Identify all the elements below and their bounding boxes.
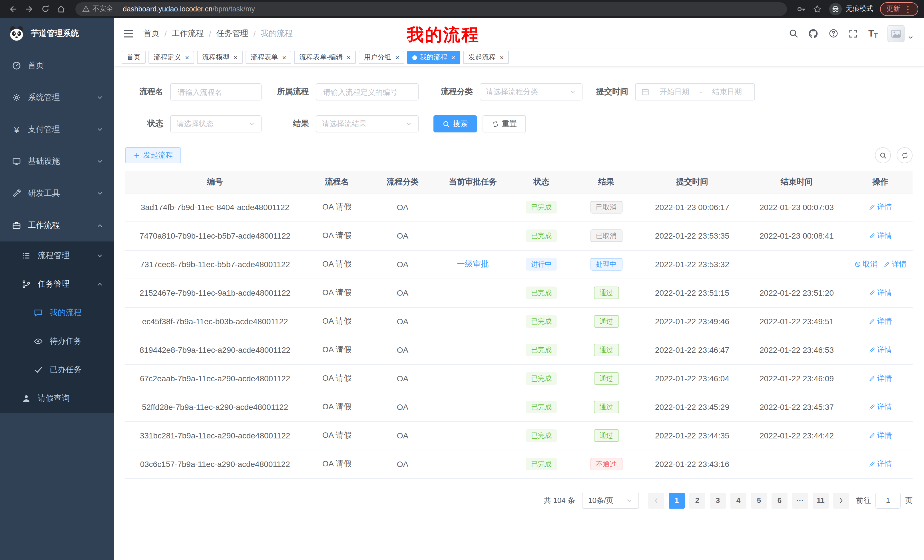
show-search-toggle-button[interactable] bbox=[875, 147, 891, 163]
sidebar-item-todo-tasks[interactable]: 待办任务 bbox=[0, 327, 114, 356]
detail-link[interactable]: 详情 bbox=[868, 373, 892, 383]
result-select[interactable]: 请选择流结果 bbox=[316, 115, 418, 132]
next-page-button[interactable] bbox=[833, 493, 849, 508]
cancel-link[interactable]: 取消 bbox=[854, 259, 878, 270]
sidebar-item-label: 研发工具 bbox=[28, 189, 60, 199]
tab-close-icon[interactable]: × bbox=[346, 53, 351, 61]
jump-page-input[interactable] bbox=[876, 493, 901, 508]
page-button[interactable]: 2 bbox=[689, 493, 705, 508]
cell-status: 已完成 bbox=[509, 335, 573, 364]
table-row: 03c6c157-7b9a-11ec-a290-acde48001122OA 请… bbox=[125, 450, 913, 478]
detail-link[interactable]: 详情 bbox=[883, 259, 907, 270]
status-badge: 已完成 bbox=[526, 315, 557, 328]
forward-icon[interactable] bbox=[22, 1, 36, 16]
tab-close-icon[interactable]: × bbox=[282, 53, 286, 61]
fullscreen-icon[interactable] bbox=[848, 28, 859, 39]
cell-result: 已取消 bbox=[573, 193, 639, 222]
tab-close-icon[interactable]: × bbox=[451, 53, 455, 61]
tab-item[interactable]: 流程模型× bbox=[197, 51, 243, 64]
avatar[interactable] bbox=[888, 25, 904, 42]
tab-close-icon[interactable]: × bbox=[234, 53, 238, 61]
cell-process-id: 819442e8-7b9a-11ec-a290-acde48001122 bbox=[125, 335, 305, 364]
current-task-link[interactable]: 一级审批 bbox=[457, 259, 489, 268]
tab-close-icon[interactable]: × bbox=[185, 53, 189, 61]
yen-icon: ¥ bbox=[12, 125, 21, 134]
process-category-select[interactable]: 请选择流程分类 bbox=[480, 83, 582, 100]
font-size-icon[interactable]: TT bbox=[868, 28, 878, 39]
url-path: /bpm/task/my bbox=[213, 5, 255, 13]
back-icon[interactable] bbox=[6, 1, 21, 16]
pagination-more-button[interactable]: ··· bbox=[792, 493, 808, 508]
page-button[interactable]: 3 bbox=[710, 493, 726, 508]
sidebar-item-payment[interactable]: ¥ 支付管理 bbox=[0, 114, 114, 145]
page-button[interactable]: 5 bbox=[751, 493, 767, 508]
github-icon[interactable] bbox=[808, 28, 819, 39]
cell-category: OA bbox=[369, 279, 436, 307]
sidebar-item-done-tasks[interactable]: 已办任务 bbox=[0, 356, 114, 384]
start-process-button[interactable]: 发起流程 bbox=[125, 147, 181, 163]
help-icon[interactable] bbox=[828, 28, 838, 39]
page-size-select[interactable]: 10条/页 bbox=[582, 493, 639, 508]
home-icon[interactable] bbox=[54, 1, 69, 16]
search-button[interactable]: 搜索 bbox=[434, 115, 477, 132]
sidebar-item-devtools[interactable]: 研发工具 bbox=[0, 178, 114, 210]
breadcrumb-item[interactable]: 工作流程 bbox=[172, 28, 204, 39]
password-key-icon[interactable] bbox=[794, 1, 808, 16]
detail-link[interactable]: 详情 bbox=[868, 231, 892, 241]
tab-item[interactable]: 用户分组× bbox=[358, 51, 404, 64]
sidebar-item-system[interactable]: 系统管理 bbox=[0, 82, 114, 114]
tab-item[interactable]: 首页 bbox=[122, 51, 146, 64]
sidebar-item-workflow[interactable]: 工作流程 bbox=[0, 210, 114, 241]
detail-link[interactable]: 详情 bbox=[868, 459, 892, 469]
user-menu[interactable] bbox=[888, 25, 914, 42]
breadcrumb-item[interactable]: 任务管理 bbox=[216, 28, 248, 39]
process-name-input[interactable] bbox=[170, 83, 261, 100]
detail-link[interactable]: 详情 bbox=[868, 402, 892, 412]
cell-end-time: 2022-01-22 23:46:09 bbox=[745, 364, 848, 393]
prev-page-button[interactable] bbox=[648, 493, 664, 508]
sidebar-item-task-management[interactable]: 任务管理 bbox=[0, 270, 114, 298]
page-button[interactable]: 6 bbox=[771, 493, 788, 508]
browser-menu-icon[interactable]: ⋮ bbox=[904, 4, 912, 13]
hamburger-icon[interactable] bbox=[123, 28, 134, 39]
address-bar[interactable]: 不安全 dashboard.yudao.iocoder.cn/bpm/task/… bbox=[75, 2, 787, 16]
tab-item[interactable]: 流程表单× bbox=[246, 51, 291, 64]
detail-link[interactable]: 详情 bbox=[868, 288, 892, 298]
status-select[interactable]: 请选择状态 bbox=[170, 115, 261, 132]
cell-end-time: 2022-01-23 00:08:41 bbox=[745, 222, 848, 250]
tab-item[interactable]: 发起流程× bbox=[463, 51, 509, 64]
sidebar-item-my-process[interactable]: 我的流程 bbox=[0, 298, 114, 327]
detail-link[interactable]: 详情 bbox=[868, 316, 892, 326]
page-button[interactable]: 11 bbox=[813, 493, 829, 508]
process-definition-input[interactable] bbox=[316, 83, 418, 100]
table-header-row: 编号 流程名 流程分类 当前审批任务 状态 结果 提交时间 结束时间 操作 bbox=[125, 171, 913, 193]
cell-submit-time: 2022-01-23 00:06:17 bbox=[639, 193, 745, 222]
bookmark-star-icon[interactable] bbox=[810, 1, 825, 16]
tab-close-icon[interactable]: × bbox=[395, 53, 399, 61]
security-chip[interactable]: 不安全 bbox=[82, 4, 113, 14]
sidebar-item-leave-query[interactable]: 请假查询 bbox=[0, 384, 114, 413]
page-button-active[interactable]: 1 bbox=[669, 493, 685, 508]
page-button[interactable]: 4 bbox=[730, 493, 746, 508]
tab-close-icon[interactable]: × bbox=[500, 53, 504, 61]
app-logo-row[interactable]: 芋道管理系统 bbox=[0, 18, 114, 49]
sidebar-item-process-management[interactable]: 流程管理 bbox=[0, 241, 114, 270]
tab-active[interactable]: 我的流程× bbox=[407, 51, 460, 64]
sidebar-item-infrastructure[interactable]: 基础设施 bbox=[0, 145, 114, 178]
detail-link[interactable]: 详情 bbox=[868, 202, 892, 213]
detail-link[interactable]: 详情 bbox=[868, 430, 892, 441]
browser-update-button[interactable]: 更新 ⋮ bbox=[880, 2, 918, 16]
sidebar-item-home[interactable]: 首页 bbox=[0, 49, 114, 82]
reset-button[interactable]: 重置 bbox=[483, 115, 526, 132]
gear-icon bbox=[12, 93, 21, 102]
tab-item[interactable]: 流程定义× bbox=[148, 51, 194, 64]
search-icon[interactable] bbox=[788, 28, 799, 39]
breadcrumb-item[interactable]: 首页 bbox=[143, 28, 159, 39]
submit-time-range-picker[interactable]: 开始日期 - 结束日期 bbox=[635, 83, 755, 100]
refresh-table-button[interactable] bbox=[897, 147, 913, 163]
cell-actions: 详情 bbox=[848, 393, 913, 421]
tab-item[interactable]: 流程表单-编辑× bbox=[294, 51, 356, 64]
reload-icon[interactable] bbox=[38, 1, 52, 16]
column-header: 状态 bbox=[509, 171, 573, 193]
detail-link[interactable]: 详情 bbox=[868, 345, 892, 355]
